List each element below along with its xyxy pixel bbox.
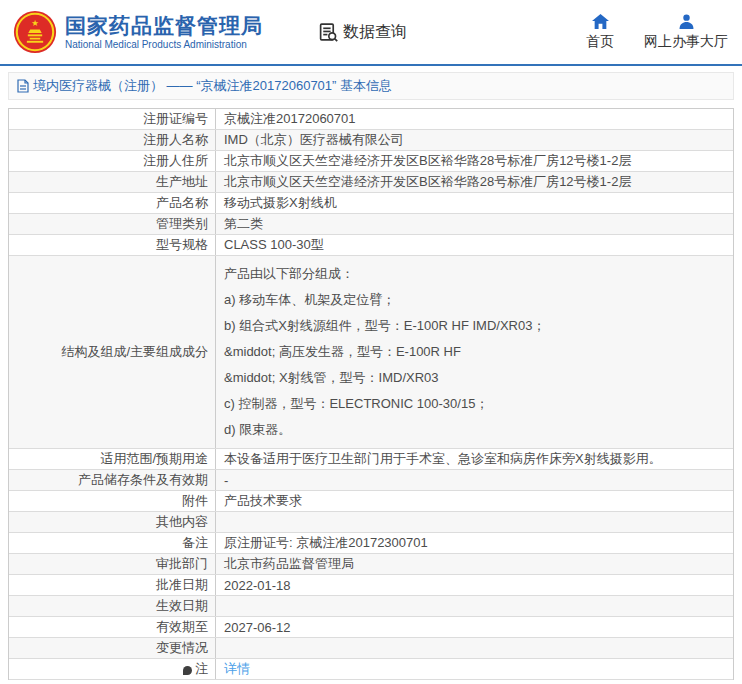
row-value: 产品由以下部分组成：a) 移动车体、机架及定位臂；b) 组合式X射线源组件，型号… (216, 256, 733, 448)
composition-paragraph: 产品由以下部分组成： (224, 261, 725, 287)
nav-service-hall-label: 网上办事大厅 (644, 33, 728, 51)
row-label: 注册证编号 (9, 109, 216, 129)
brand-text: 国家药品监督管理局 National Medical Products Admi… (65, 14, 263, 51)
brand: ★ 国家药品监督管理局 National Medical Products Ad… (12, 9, 263, 55)
row-label: 批准日期 (9, 575, 216, 595)
row-value: 移动式摄影X射线机 (216, 193, 733, 213)
row-value: 本设备适用于医疗卫生部门用于手术室、急诊室和病房作床旁X射线摄影用。 (216, 449, 733, 469)
table-row: 注册证编号京械注准20172060701 (9, 109, 733, 130)
row-value: CLASS 100-30型 (216, 235, 733, 255)
composition-paragraph: a) 移动车体、机架及定位臂； (224, 287, 725, 313)
table-row: 产品储存条件及有效期- (9, 470, 733, 491)
national-emblem-logo: ★ (12, 9, 58, 55)
row-label: 注册人住所 (9, 151, 216, 171)
table-row: 有效期至2027-06-12 (9, 617, 733, 638)
nav-home[interactable]: 首页 (586, 14, 614, 51)
row-label: 结构及组成/主要组成成分 (9, 256, 216, 448)
row-value (216, 512, 733, 532)
row-label: 备注 (9, 533, 216, 553)
table-row: 型号规格CLASS 100-30型 (9, 235, 733, 256)
site-subtitle: National Medical Products Administration (65, 38, 263, 51)
document-icon (17, 79, 29, 93)
site-title: 国家药品监督管理局 (65, 14, 263, 38)
row-value: IMD（北京）医疗器械有限公司 (216, 130, 733, 150)
composition-paragraph: b) 组合式X射线源组件，型号：E-100R HF IMD/XR03； (224, 313, 725, 339)
row-label: 有效期至 (9, 617, 216, 637)
table-row: 其他内容 (9, 512, 733, 533)
row-value (216, 638, 733, 658)
row-value: 北京市顺义区天竺空港经济开发区B区裕华路28号标准厂房12号楼1-2层 (216, 172, 733, 192)
row-label: 适用范围/预期用途 (9, 449, 216, 469)
site-header: ★ 国家药品监督管理局 National Medical Products Ad… (0, 0, 742, 64)
data-query-section: 数据查询 (318, 22, 407, 43)
table-row: 管理类别第二类 (9, 214, 733, 235)
nav-service-hall[interactable]: 网上办事大厅 (644, 14, 728, 51)
composition-paragraph: d) 限束器。 (224, 417, 725, 443)
row-value: 详情 (216, 659, 733, 679)
table-row: 审批部门北京市药品监督管理局 (9, 554, 733, 575)
data-query-label: 数据查询 (343, 22, 407, 43)
table-row: 结构及组成/主要组成成分产品由以下部分组成：a) 移动车体、机架及定位臂；b) … (9, 256, 733, 449)
composition-paragraph: c) 控制器，型号：ELECTRONIC 100-30/15； (224, 391, 725, 417)
row-label: 附件 (9, 491, 216, 511)
row-value: 北京市顺义区天竺空港经济开发区B区裕华路28号标准厂房12号楼1-2层 (216, 151, 733, 171)
row-value: - (216, 470, 733, 490)
row-value (216, 596, 733, 616)
row-value: 京械注准20172060701 (216, 109, 733, 129)
note-icon (183, 666, 192, 675)
detail-link[interactable]: 详情 (224, 660, 250, 678)
header-nav: 首页 网上办事大厅 (586, 14, 728, 51)
breadcrumb: 境内医疗器械（注册） —— “京械注准20172060701” 基本信息 (8, 72, 734, 100)
home-icon (592, 14, 609, 29)
row-value: 北京市药品监督管理局 (216, 554, 733, 574)
info-table: 注册证编号京械注准20172060701注册人名称IMD（北京）医疗器械有限公司… (8, 108, 734, 680)
data-query-icon (318, 22, 339, 43)
composition-paragraph: &middot; 高压发生器，型号：E-100R HF (224, 339, 725, 365)
table-row: 备注原注册证号: 京械注准20172300701 (9, 533, 733, 554)
row-label: 注册人名称 (9, 130, 216, 150)
table-row: 生产地址北京市顺义区天竺空港经济开发区B区裕华路28号标准厂房12号楼1-2层 (9, 172, 733, 193)
table-row: 注册人住所北京市顺义区天竺空港经济开发区B区裕华路28号标准厂房12号楼1-2层 (9, 151, 733, 172)
header-divider (0, 64, 742, 66)
row-label: 生产地址 (9, 172, 216, 192)
table-row: 批准日期2022-01-18 (9, 575, 733, 596)
table-row: 附件产品技术要求 (9, 491, 733, 512)
row-label: 产品储存条件及有效期 (9, 470, 216, 490)
table-row: 适用范围/预期用途本设备适用于医疗卫生部门用于手术室、急诊室和病房作床旁X射线摄… (9, 449, 733, 470)
person-icon (679, 14, 694, 29)
row-value: 2022-01-18 (216, 575, 733, 595)
row-value: 2027-06-12 (216, 617, 733, 637)
row-label: 审批部门 (9, 554, 216, 574)
table-row: 变更情况 (9, 638, 733, 659)
table-row: 注册人名称IMD（北京）医疗器械有限公司 (9, 130, 733, 151)
row-label: 型号规格 (9, 235, 216, 255)
row-value: 产品技术要求 (216, 491, 733, 511)
table-row: 注详情 (9, 659, 733, 680)
row-label: 注 (9, 659, 216, 679)
row-label: 管理类别 (9, 214, 216, 234)
table-row: 生效日期 (9, 596, 733, 617)
row-label: 变更情况 (9, 638, 216, 658)
breadcrumb-text: 境内医疗器械（注册） —— “京械注准20172060701” 基本信息 (33, 77, 392, 95)
nav-home-label: 首页 (586, 33, 614, 51)
row-value: 原注册证号: 京械注准20172300701 (216, 533, 733, 553)
row-value: 第二类 (216, 214, 733, 234)
composition-paragraph: &middot; X射线管，型号：IMD/XR03 (224, 365, 725, 391)
svg-text:★: ★ (31, 18, 39, 28)
row-label: 其他内容 (9, 512, 216, 532)
row-label: 生效日期 (9, 596, 216, 616)
table-row: 产品名称移动式摄影X射线机 (9, 193, 733, 214)
row-label: 产品名称 (9, 193, 216, 213)
